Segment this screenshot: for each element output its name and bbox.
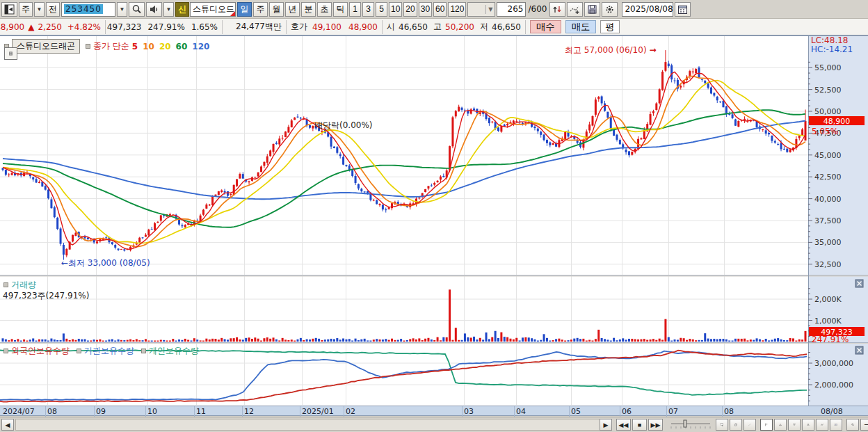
left-triangle-icon: ◀ — [6, 422, 10, 429]
pane-bullet-icon — [3, 282, 8, 287]
holdings-series-label: 개인보유수량 — [149, 345, 199, 357]
svg-text:HC:-14.21: HC:-14.21 — [811, 45, 853, 54]
svg-text:5.05%: 5.05% — [812, 127, 838, 136]
date-label: 11 — [196, 407, 206, 416]
date-label: 2025/01 — [302, 407, 334, 416]
low-annotation: ←최저 33,000 (08/05) — [61, 257, 150, 269]
svg-text:45,000: 45,000 — [814, 151, 842, 160]
cascade-windows-button[interactable] — [730, 419, 742, 431]
pane-bullet-icon — [86, 44, 90, 49]
svg-text:52,500: 52,500 — [814, 86, 842, 95]
date-separator — [94, 406, 95, 417]
svg-text:55,000: 55,000 — [814, 63, 842, 72]
pattern-tool-icon — [821, 420, 823, 429]
ma-legend-20: 20 — [159, 42, 171, 51]
speed-slider[interactable] — [670, 419, 712, 431]
date-separator — [242, 406, 243, 417]
trendline-dash-icon — [748, 420, 751, 429]
minus-icon: − — [864, 419, 868, 430]
date-separator — [45, 406, 46, 417]
bottom-toolbar: ◀ ▶ ◀◀ ■ ▶▶ — [0, 417, 868, 432]
updown-marker-icon — [807, 420, 810, 429]
svg-text:3,000,000: 3,000,000 — [814, 359, 853, 368]
ma-legend-120: 120 — [192, 42, 209, 51]
svg-text:32,500: 32,500 — [814, 260, 842, 269]
date-separator — [666, 406, 667, 417]
cascade-windows-icon — [734, 420, 737, 429]
right-arrow-icon: → — [649, 45, 656, 55]
svg-text:1,000K: 1,000K — [814, 317, 842, 326]
holdings-legend-item-2: 기관보유수량 — [77, 345, 134, 357]
date-label: 08 — [47, 407, 57, 416]
svg-text:37,500: 37,500 — [814, 216, 842, 225]
chart-image-icon — [835, 420, 837, 429]
date-separator — [194, 406, 195, 417]
scroll-left-button[interactable]: ◀ — [1, 419, 14, 431]
price-pane-header: 스튜디오드래곤 종가 단순 5102060120 — [4, 39, 214, 54]
holdings-series-label: 기관보유수량 — [84, 345, 134, 357]
holdings-legend-item-1: 외국인보유수량 — [3, 345, 70, 357]
date-separator — [145, 406, 146, 417]
stock-chart-window: 주 ▼ 전 253450 ▼ ▼ 신 스튜디오드 일주월년분초틱 1351020… — [0, 0, 868, 432]
date-separator — [300, 406, 300, 417]
right-triangle-icon: ▶ — [604, 422, 609, 429]
crosshair-tool-icon — [765, 420, 768, 429]
updown-marker-tool-button[interactable] — [802, 419, 814, 431]
low-marker-tool-button[interactable] — [788, 419, 801, 431]
holdings-pane-header: 외국인보유수량기관보유수량개인보유수량 — [3, 345, 206, 357]
add-window-icon — [721, 420, 723, 429]
date-label: 10 — [147, 407, 157, 416]
ma-legend-5: 5 — [132, 42, 138, 51]
ma-legend-10: 10 — [143, 42, 154, 51]
high-marker-icon — [779, 420, 782, 429]
chart-image-button[interactable] — [830, 419, 842, 431]
svg-text:LC:48.18: LC:48.18 — [811, 35, 848, 45]
pane-bullet-icon — [3, 349, 8, 353]
volume-pane-title: 거래량 — [11, 279, 36, 291]
svg-text:48,900: 48,900 — [823, 117, 851, 126]
grid-icon — [9, 49, 13, 58]
chart-title[interactable]: 스튜디오드래곤 — [12, 39, 80, 54]
date-label: 2024/07 — [3, 407, 35, 416]
svg-text:247.91%: 247.91% — [812, 335, 849, 344]
svg-text:2,000K: 2,000K — [814, 295, 842, 304]
date-label: 03 — [464, 407, 474, 416]
date-separator — [462, 406, 463, 417]
ma-legend-label: 종가 단순 — [93, 40, 129, 52]
holdings-series-label: 외국인보유수량 — [11, 345, 70, 357]
holdings-legend-item-3: 개인보유수량 — [141, 345, 199, 357]
fast-forward-button[interactable]: ▶▶ — [648, 419, 663, 431]
date-label: 02 — [346, 407, 355, 416]
high-annotation-text: 최고 57,000 (06/10) — [565, 45, 647, 55]
add-window-button[interactable] — [716, 419, 728, 431]
scroll-right-button[interactable]: ▶ — [600, 419, 612, 431]
volume-pane-header: 거래량 — [3, 279, 36, 291]
zoom-out-button[interactable]: − — [860, 419, 868, 431]
pattern-tool-button[interactable] — [816, 419, 828, 431]
stop-button[interactable]: ■ — [632, 419, 647, 431]
svg-text:42,500: 42,500 — [814, 173, 842, 182]
trendline-mode-button[interactable] — [744, 419, 756, 431]
high-marker-tool-button[interactable] — [774, 419, 787, 431]
crosshair-tool-button[interactable] — [760, 419, 773, 431]
ex-dividend-annotation: 배당락(0.00%) — [314, 120, 372, 131]
pane-bullet-icon — [141, 349, 146, 353]
volume-subtitle: 497,323주(247.91%) — [3, 290, 89, 302]
rewind-button[interactable]: ◀◀ — [616, 419, 631, 431]
pane-bullet-icon — [77, 349, 81, 353]
grid-settings-button[interactable] — [4, 47, 17, 60]
zoom-button[interactable] — [846, 419, 859, 431]
ma-legend-60: 60 — [176, 42, 188, 51]
chart-scrollbar-track[interactable] — [15, 419, 600, 431]
high-annotation: 최고 57,000 (06/10) → — [565, 45, 656, 56]
date-label: 09 — [96, 407, 106, 416]
date-label: 05 — [571, 407, 581, 416]
date-separator — [620, 406, 620, 417]
svg-text:2,000,000: 2,000,000 — [814, 381, 853, 390]
svg-text:50,000: 50,000 — [814, 107, 842, 116]
date-label: 07 — [668, 407, 678, 416]
ma-legend: 5102060120 — [132, 42, 215, 51]
date-separator — [722, 406, 723, 417]
rewind-icon: ◀◀ — [619, 422, 629, 429]
svg-text:40,000: 40,000 — [814, 195, 842, 204]
